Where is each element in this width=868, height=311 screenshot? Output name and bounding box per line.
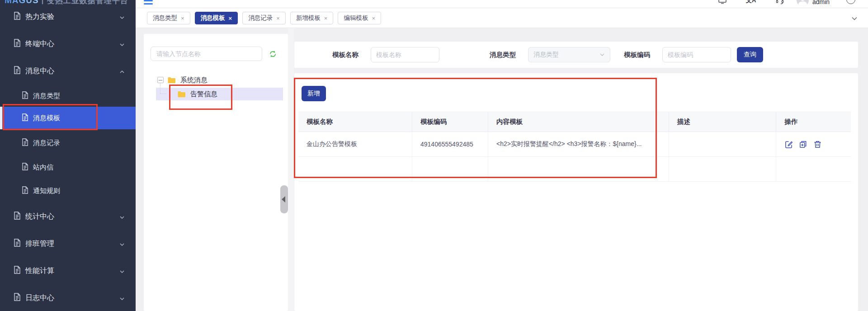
sidebar-item-site-mail[interactable]: 站内信 <box>0 158 136 176</box>
doc-icon <box>22 113 28 123</box>
refresh-icon[interactable] <box>269 50 277 60</box>
tab-bar: 消息类型 × 消息模板 × 消息记录 × 新增模板 × 编辑模板 × <box>136 8 868 28</box>
sidebar-item-label: 消息中心 <box>25 66 54 76</box>
chevron-down-icon[interactable] <box>851 15 858 24</box>
avatar[interactable] <box>797 0 809 6</box>
chevron-down-icon <box>119 241 125 249</box>
content-area: 系统消息 告警信息 模板名称 消息类型 消息类型 模板编码 查询 新增 模板名称 <box>136 28 868 311</box>
sidebar-item-stats-center[interactable]: 统计中心 <box>0 207 136 226</box>
cell-content-template: <h2>实时报警提醒</h2> <h3>报警名称：${name}... <box>496 140 642 148</box>
template-name-label: 模板名称 <box>332 47 359 62</box>
tab-message-template[interactable]: 消息模板 × <box>195 12 238 24</box>
sidebar-item-shift-management[interactable]: 排班管理 <box>0 234 136 254</box>
sidebar-item-label: 排班管理 <box>25 239 54 249</box>
tab-message-record[interactable]: 消息记录 × <box>242 12 286 24</box>
close-icon[interactable]: × <box>229 15 232 21</box>
table-row: 金山办公告警模板 491406555492485 <h2>实时报警提醒</h2>… <box>298 132 851 157</box>
doc-icon <box>22 163 28 172</box>
panel-divider <box>288 28 294 311</box>
sidebar-item-label: 消息记录 <box>33 139 60 147</box>
folder-icon <box>167 77 176 84</box>
tree-connector <box>160 94 166 94</box>
sidebar-item-terminal-center[interactable]: 终端中心 <box>0 34 136 54</box>
add-button[interactable]: 新增 <box>302 86 326 101</box>
tab-edit-template[interactable]: 编辑模板 × <box>338 12 381 24</box>
tab-label: 消息模板 <box>201 14 225 22</box>
close-icon[interactable]: × <box>181 15 184 21</box>
tree-node-system-message[interactable]: 系统消息 <box>157 74 208 86</box>
translate-icon[interactable]: 文A <box>746 0 756 5</box>
node-search-input[interactable] <box>151 47 262 61</box>
table-header-row: 模板名称 模板编码 内容模板 描述 操作 <box>298 112 851 132</box>
cell-description <box>669 132 776 157</box>
filter-form: 模板名称 消息类型 消息类型 模板编码 查询 <box>294 42 858 68</box>
sidebar-item-label: 通知规则 <box>33 187 60 195</box>
collapse-minus-icon[interactable] <box>157 77 164 83</box>
refresh-circle-icon[interactable] <box>846 0 855 4</box>
sidebar-item-performance-calc[interactable]: 性能计算 <box>0 261 136 281</box>
logo-suffix-text: 丨变热工业数据管理平台 <box>39 0 128 5</box>
chevron-down-icon <box>119 214 125 222</box>
tab-add-template[interactable]: 新增模板 × <box>290 12 334 24</box>
sidebar-item-label: 统计中心 <box>25 212 54 221</box>
template-code-input[interactable] <box>662 47 731 62</box>
close-icon[interactable]: × <box>276 15 280 21</box>
sidebar-item-label: 站内信 <box>33 163 53 172</box>
sidebar-item-label: 热力实验 <box>25 12 54 22</box>
sidebar-item-message-template[interactable]: 消息模板 <box>0 107 136 129</box>
tree-node-alarm-info[interactable]: 告警信息 <box>177 88 217 100</box>
doc-icon <box>14 266 21 276</box>
sidebar-item-message-type[interactable]: 消息类型 <box>0 87 136 105</box>
column-header: 模板编码 <box>412 112 488 132</box>
message-type-label: 消息类型 <box>490 47 516 62</box>
chevron-up-icon <box>119 68 125 76</box>
sidebar-item-message-center[interactable]: 消息中心 <box>0 61 136 81</box>
headset-icon[interactable] <box>775 0 784 6</box>
doc-icon <box>14 239 21 249</box>
fullscreen-icon[interactable] <box>718 0 727 6</box>
menu-collapse-icon[interactable] <box>144 0 153 6</box>
doc-icon <box>14 212 21 221</box>
app-logo: MAGUS丨变热工业数据管理平台 <box>0 0 136 6</box>
doc-icon <box>14 12 21 22</box>
tab-label: 编辑模板 <box>344 14 368 22</box>
sidebar-item-label: 性能计算 <box>25 266 54 276</box>
chevron-left-icon <box>282 196 285 203</box>
close-icon[interactable]: × <box>372 15 375 21</box>
copy-add-icon[interactable] <box>799 140 807 149</box>
sidebar-item-log-center[interactable]: 日志中心 <box>0 288 136 308</box>
sidebar-item-notify-rules[interactable]: 通知规则 <box>0 182 136 200</box>
chevron-down-icon <box>119 295 125 303</box>
panel-collapse-handle[interactable] <box>280 185 288 213</box>
sidebar: MAGUS丨变热工业数据管理平台 热力实验 终端中心 消息中心 消息类型 消息模… <box>0 0 136 311</box>
doc-icon <box>14 66 21 76</box>
edit-icon[interactable] <box>784 140 793 149</box>
doc-icon <box>14 293 21 303</box>
template-name-input[interactable] <box>371 47 439 62</box>
close-icon[interactable]: × <box>324 15 328 21</box>
folder-icon <box>177 91 186 98</box>
tree-selected-highlight <box>156 88 283 100</box>
username-label[interactable]: admin <box>812 0 830 5</box>
tab-message-type[interactable]: 消息类型 × <box>147 12 190 24</box>
template-code-label: 模板编码 <box>624 47 650 62</box>
cell-template-name: 金山办公告警模板 <box>298 132 412 157</box>
sidebar-item-label: 消息类型 <box>33 92 60 100</box>
sidebar-item-heat-experiment[interactable]: 热力实验 <box>0 7 136 27</box>
table-empty-row <box>298 157 851 182</box>
sidebar-item-message-record[interactable]: 消息记录 <box>0 134 136 152</box>
sidebar-item-label: 终端中心 <box>25 39 54 49</box>
top-header: 文A admin <box>136 0 868 8</box>
cell-template-code: 491406555492485 <box>412 132 488 157</box>
chevron-down-icon <box>119 268 125 276</box>
column-header: 操作 <box>776 112 851 132</box>
chevron-down-icon <box>119 14 125 22</box>
delete-icon[interactable] <box>813 140 822 149</box>
query-button[interactable]: 查询 <box>737 47 763 62</box>
doc-icon <box>14 39 21 49</box>
sidebar-item-label: 日志中心 <box>25 293 54 303</box>
message-type-select[interactable]: 消息类型 <box>528 47 610 62</box>
column-header: 模板名称 <box>298 112 412 132</box>
tree-node-label: 告警信息 <box>190 90 217 99</box>
sidebar-item-label: 消息模板 <box>33 114 60 123</box>
